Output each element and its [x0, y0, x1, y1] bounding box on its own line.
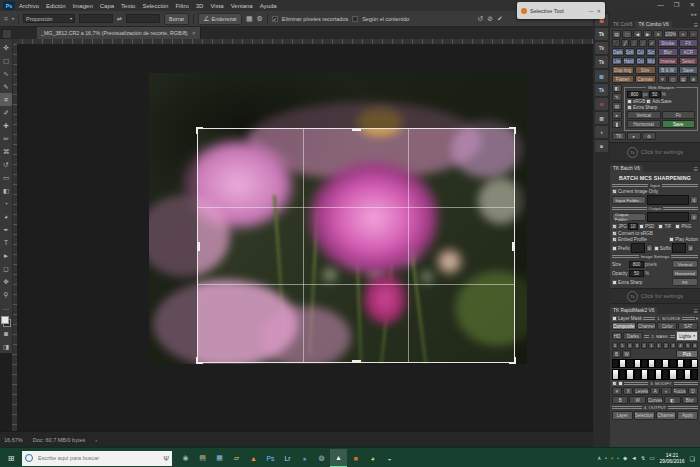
tk-actions-panel-icon-4[interactable]: Tk: [595, 84, 608, 96]
straighten-button[interactable]: ∠ Enderezar: [198, 13, 242, 25]
marquee-tool[interactable]: ▢: [0, 54, 12, 67]
minimize-button[interactable]: —: [657, 1, 664, 9]
modify-button[interactable]: W: [629, 396, 645, 404]
notification-center-icon[interactable]: ❏: [690, 455, 695, 462]
tk-actions-panel-icon-1[interactable]: Tk: [595, 28, 608, 40]
tk-icon-button[interactable]: ▢: [622, 30, 631, 38]
blend-mode-button[interactable]: Mul: [646, 57, 656, 65]
modify-button[interactable]: A: [650, 387, 660, 395]
mask-number-button[interactable]: 5: [685, 342, 691, 349]
blend-mode-button[interactable]: Ovl: [636, 57, 646, 65]
batch-fx-button[interactable]: FX: [672, 278, 698, 286]
menu-item[interactable]: Archivo: [19, 3, 39, 9]
mask-number-button[interactable]: 2: [663, 342, 669, 349]
briefcase-app-icon[interactable]: ▤: [194, 449, 211, 467]
sharpen-size-field[interactable]: [627, 91, 642, 98]
menu-item[interactable]: Ayuda: [260, 3, 277, 9]
tk-side-icon-button[interactable]: ✎: [612, 93, 622, 101]
layer-mask-checkbox[interactable]: Layer Mask: [612, 316, 642, 321]
crop-bounding-box[interactable]: [197, 128, 515, 363]
clear-prefix-button[interactable]: X: [646, 244, 653, 252]
vlc-icon[interactable]: ▲: [245, 449, 262, 467]
crop-handle-left[interactable]: [197, 242, 200, 251]
office-app-icon[interactable]: ■: [347, 449, 364, 467]
eyedropper-tool[interactable]: ✐: [0, 106, 12, 119]
tk-settings-strip[interactable]: Tk Click for settings: [610, 288, 700, 304]
crop-handle-bottom-left[interactable]: [196, 357, 203, 364]
tk-icon-button[interactable]: ✕: [653, 30, 662, 38]
tray-app-icon-2[interactable]: ▪: [611, 455, 613, 461]
minimize-button[interactable]: —: [589, 8, 594, 14]
tk-footer-button[interactable]: ▸: [627, 132, 641, 140]
modify-button[interactable]: Levels: [634, 387, 649, 395]
modify-button[interactable]: ◐: [661, 387, 671, 395]
hand-tool[interactable]: ✥: [0, 275, 12, 288]
tk-action-button[interactable]: Inverse: [658, 57, 678, 65]
blur-tool[interactable]: ◔: [0, 197, 12, 210]
brush-tool[interactable]: ✏: [0, 132, 12, 145]
modify-checkbox[interactable]: [618, 381, 623, 386]
output-button[interactable]: Layer: [612, 411, 633, 420]
batch-size-field[interactable]: [629, 261, 644, 268]
modify-button[interactable]: Curves: [647, 396, 663, 404]
tk-icon-button[interactable]: ▶: [643, 30, 652, 38]
output-folder-button[interactable]: Output Folder...: [612, 213, 646, 221]
photos-app-icon[interactable]: ▲: [330, 449, 347, 467]
crop-tool[interactable]: ⌗: [0, 93, 12, 106]
tk-actions-panel-icon-3[interactable]: Tk: [595, 56, 608, 68]
menu-item[interactable]: Selección: [142, 3, 168, 9]
tk-actions-panel-icon-2[interactable]: Tk: [595, 42, 608, 54]
overlay-grid-icon[interactable]: ▦: [246, 15, 253, 22]
move-tool[interactable]: ✜: [0, 41, 12, 54]
zoom-level[interactable]: 16,67%: [4, 437, 23, 443]
tk-side-icon-button[interactable]: ◧: [612, 84, 622, 92]
menu-item[interactable]: Capa: [100, 3, 114, 9]
jpg-quality-field[interactable]: [628, 223, 638, 230]
crop-height-field[interactable]: [126, 14, 160, 23]
source-tab[interactable]: SAT: [678, 322, 698, 330]
photoshop-app-icon[interactable]: Ps: [262, 449, 279, 467]
mask-number-button[interactable]: 4: [677, 342, 683, 349]
color-swatches[interactable]: [1, 316, 11, 327]
eraser-tool[interactable]: ▭: [0, 171, 12, 184]
reset-icon[interactable]: ↺: [477, 15, 483, 22]
source-tab[interactable]: Channel: [637, 322, 657, 330]
tray-app-icon-1[interactable]: ▪: [605, 455, 607, 461]
mask-number-button[interactable]: 1: [648, 342, 654, 349]
canvas-area[interactable]: [17, 44, 593, 431]
source-menu-icon[interactable]: ▾: [696, 316, 698, 321]
convert-srgb-checkbox[interactable]: Convert to sRGB: [612, 231, 653, 236]
restore-button[interactable]: ❐: [674, 1, 680, 9]
histogram-panel-icon[interactable]: ▥: [595, 112, 608, 124]
menu-item[interactable]: Filtro: [175, 3, 188, 9]
status-arrow-icon[interactable]: ›: [95, 437, 97, 443]
lights-select[interactable]: Lights ▾: [676, 331, 698, 341]
play-action-checkbox[interactable]: Play Action: [669, 237, 698, 242]
tk-icon-button[interactable]: ≡: [658, 75, 667, 83]
microphone-icon[interactable]: Ψ: [164, 455, 169, 462]
tk-util-button[interactable]: Dup Img: [612, 66, 634, 74]
clear-input-folder-button[interactable]: X: [690, 196, 698, 204]
white-button[interactable]: W: [622, 350, 631, 358]
browser-app-icon[interactable]: ●: [296, 449, 313, 467]
dodge-tool[interactable]: ◕: [0, 210, 12, 223]
network-icon[interactable]: ↯: [641, 455, 646, 461]
mask-number-button[interactable]: 6: [612, 342, 618, 349]
commit-crop-icon[interactable]: ✓: [497, 15, 503, 22]
tk-action-button[interactable]: Save: [679, 66, 699, 74]
sharpen-option-checkbox[interactable]: sRGB: [627, 99, 645, 104]
prefix-field[interactable]: [631, 243, 645, 253]
tk-icon-button[interactable]: ▤: [679, 75, 688, 83]
pick-button[interactable]: Pick: [676, 350, 698, 358]
tk-icon-button[interactable]: ⊕: [689, 75, 698, 83]
black-button[interactable]: B: [612, 350, 621, 358]
volume-icon[interactable]: ◄: [631, 455, 636, 461]
green-brush-icon[interactable]: ╱: [639, 39, 647, 47]
no-symbol-panel-icon[interactable]: ⊘: [595, 98, 608, 110]
modify-button[interactable]: B: [612, 396, 628, 404]
pen-tool[interactable]: ✒: [0, 223, 12, 236]
format-checkbox[interactable]: PNG: [675, 224, 691, 229]
tk-icon-button[interactable]: ▤: [612, 30, 621, 38]
blend-mode-button[interactable]: Scr: [646, 48, 656, 56]
cancel-crop-icon[interactable]: ⊘: [487, 15, 493, 22]
